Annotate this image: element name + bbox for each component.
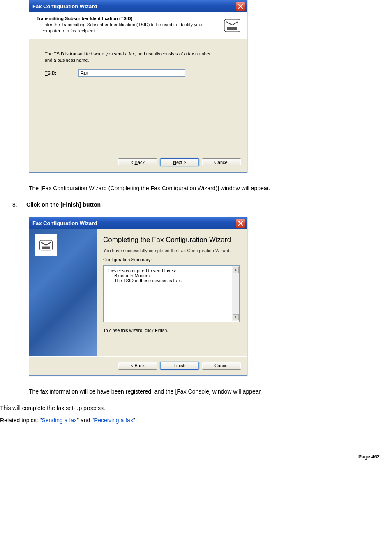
- doc-paragraph-2: The fax information will be have been re…: [29, 388, 392, 395]
- cancel-button[interactable]: Cancel: [202, 158, 241, 166]
- completing-subhead: You have successfully completed the Fax …: [103, 248, 240, 253]
- doc-paragraph-1: The [Fax Configuration Wizard (Completin…: [29, 185, 392, 191]
- next-button[interactable]: Next >: [160, 158, 199, 166]
- side-banner: [29, 229, 97, 356]
- link-receiving-fax[interactable]: Receiving a fax: [94, 417, 133, 424]
- summary-line: Bluetooth Modem: [108, 273, 231, 278]
- tsid-input[interactable]: [78, 69, 185, 77]
- doc-paragraph-3: This will complete the fax set-up proces…: [0, 405, 392, 411]
- fax-icon: [223, 16, 241, 34]
- fax-icon: [35, 234, 57, 256]
- back-button[interactable]: < Back: [118, 362, 157, 370]
- finish-button[interactable]: Finish: [160, 362, 199, 370]
- scroll-down-icon[interactable]: ▾: [233, 314, 239, 320]
- summary-label: Configuration Summary:: [103, 257, 240, 262]
- scroll-up-icon[interactable]: ▴: [233, 267, 239, 273]
- step-instruction: Click on the [Finish] button: [26, 201, 101, 208]
- related-topics: Related topics: "Sending a fax" and "Rec…: [0, 417, 392, 424]
- wizard-header: Transmitting Subscriber Identification (…: [29, 12, 247, 39]
- cancel-button[interactable]: Cancel: [202, 362, 241, 370]
- tsid-label: TSID:: [45, 71, 65, 76]
- fax-wizard-complete-dialog: Fax Configuration Wizard Completing the …: [29, 217, 247, 376]
- step-8: 8. Click on the [Finish] button: [12, 201, 392, 208]
- titlebar[interactable]: Fax Configuration Wizard: [29, 217, 247, 229]
- svg-rect-1: [227, 27, 237, 30]
- completing-heading: Completing the Fax Configuration Wizard: [103, 235, 240, 244]
- scrollbar[interactable]: ▴ ▾: [232, 266, 239, 321]
- fax-wizard-tsid-dialog: Fax Configuration Wizard Transmitting Su…: [29, 0, 247, 173]
- header-subtitle: Enter the Transmitting Subscriber Identi…: [37, 22, 220, 34]
- svg-rect-3: [42, 247, 50, 249]
- tsid-info-text: The TSID is transmitted when you send a …: [45, 51, 217, 64]
- close-icon[interactable]: [236, 219, 245, 228]
- step-number: 8.: [12, 201, 25, 208]
- window-title: Fax Configuration Wizard: [32, 220, 97, 226]
- link-sending-fax[interactable]: Sending a fax: [42, 417, 77, 424]
- summary-box: Devices configured to send faxes: Blueto…: [103, 265, 240, 322]
- summary-line: The TSID of these devices is Fax.: [108, 278, 231, 283]
- titlebar[interactable]: Fax Configuration Wizard: [29, 0, 247, 12]
- window-title: Fax Configuration Wizard: [32, 3, 97, 9]
- button-row: < Back Next > Cancel: [29, 153, 247, 172]
- button-row: < Back Finish Cancel: [29, 356, 247, 375]
- header-title: Transmitting Subscriber Identification (…: [37, 16, 220, 21]
- close-hint: To close this wizard, click Finish.: [103, 328, 240, 333]
- page-number: Page 462: [0, 429, 392, 460]
- summary-line: Devices configured to send faxes:: [108, 268, 231, 273]
- back-button[interactable]: < Back: [118, 158, 157, 166]
- close-icon[interactable]: [236, 2, 245, 11]
